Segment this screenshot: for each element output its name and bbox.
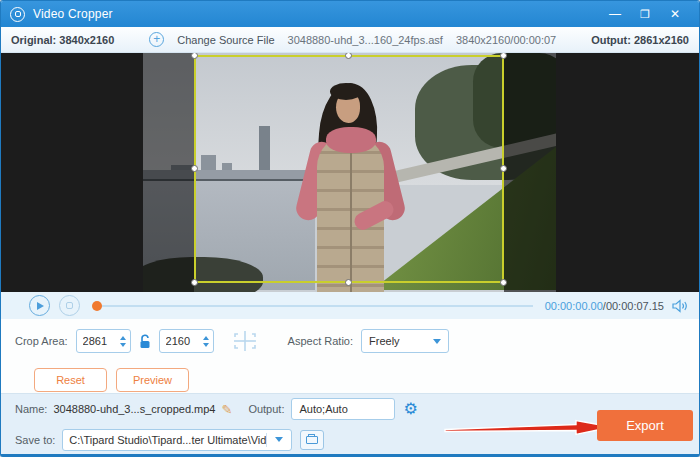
original-resolution-label: Original: 3840x2160: [11, 34, 114, 46]
crop-width-spinner[interactable]: [120, 336, 126, 347]
close-icon[interactable]: ✕: [660, 1, 690, 27]
dropdown-arrow-icon: [275, 437, 283, 442]
video-preview-area: [1, 53, 699, 292]
spinner-up-icon[interactable]: [203, 336, 209, 340]
slider-thumb[interactable]: [92, 301, 102, 311]
time-display: 00:00:00.00/00:00:07.15: [545, 300, 664, 312]
export-settings-bar: Name: 3048880-uhd_3...s_cropped.mp4 ✎ Ou…: [1, 394, 699, 455]
player-controls-bar: 00:00:00.00/00:00:07.15: [1, 292, 699, 319]
change-source-file-button[interactable]: Change Source File: [177, 34, 274, 46]
crop-height-input[interactable]: [166, 335, 196, 347]
output-format-field[interactable]: [291, 398, 395, 420]
output-resolution-label: Output: 2861x2160: [591, 34, 689, 46]
title-bar: Video Cropper — ❐ ✕: [1, 1, 699, 27]
crop-dim-overlay-left: [143, 53, 194, 292]
crop-center-button[interactable]: [230, 328, 260, 354]
aspect-lock-button[interactable]: [138, 334, 152, 349]
save-path-select[interactable]: C:\Tipard Studio\Tipard...ter Ultimate\V…: [62, 429, 292, 451]
spinner-down-icon[interactable]: [120, 343, 126, 347]
crop-controls-panel: Crop Area:: [1, 319, 699, 394]
crop-handle-bottom-center[interactable]: [345, 279, 352, 286]
dropdown-arrow-icon: [433, 339, 441, 344]
folder-icon: [306, 436, 318, 444]
aspect-ratio-select[interactable]: Freely: [361, 329, 449, 353]
crop-width-input[interactable]: [83, 335, 113, 347]
aspect-ratio-label: Aspect Ratio:: [288, 335, 353, 347]
play-icon: [37, 302, 44, 310]
app-logo-icon: [10, 7, 25, 22]
reset-button[interactable]: Reset: [34, 368, 107, 392]
crop-height-field[interactable]: [159, 329, 214, 353]
crop-handle-middle-left[interactable]: [191, 165, 198, 172]
stop-icon: [66, 302, 73, 309]
crop-handle-middle-right[interactable]: [500, 165, 507, 172]
export-button[interactable]: Export: [597, 410, 693, 441]
window-controls: — ❐ ✕: [600, 1, 690, 27]
crop-selection-frame[interactable]: [194, 55, 504, 283]
output-format-label: Output:: [248, 403, 284, 415]
edit-name-icon[interactable]: ✎: [221, 402, 232, 417]
save-path-value: C:\Tipard Studio\Tipard...ter Ultimate\V…: [63, 434, 266, 446]
spinner-down-icon[interactable]: [203, 343, 209, 347]
minimize-icon[interactable]: —: [600, 1, 630, 27]
name-label: Name:: [15, 403, 47, 415]
crosshair-icon: [230, 328, 260, 354]
playback-progress-slider[interactable]: [94, 305, 533, 307]
aspect-ratio-value: Freely: [369, 335, 400, 347]
annotation-arrow-icon: [444, 416, 616, 438]
window-title: Video Cropper: [33, 7, 113, 21]
crop-handle-top-center[interactable]: [345, 53, 352, 59]
maximize-icon[interactable]: ❐: [630, 1, 660, 27]
gear-icon[interactable]: ⚙: [403, 401, 417, 417]
volume-icon[interactable]: [672, 299, 689, 313]
current-time: 00:00:00.00: [545, 300, 603, 312]
video-cropper-window: Video Cropper — ❐ ✕ Original: 3840x2160 …: [0, 0, 700, 457]
source-filename: 3048880-uhd_3...160_24fps.asf: [288, 34, 443, 46]
add-source-icon[interactable]: +: [149, 32, 164, 47]
crop-area-label: Crop Area:: [15, 335, 68, 347]
browse-folder-button[interactable]: [300, 430, 324, 450]
save-to-label: Save to:: [15, 434, 55, 446]
stop-button[interactable]: [59, 295, 80, 316]
output-format-input[interactable]: [292, 403, 394, 415]
source-resolution-duration: 3840x2160/00:00:07: [456, 34, 556, 46]
output-filename: 3048880-uhd_3...s_cropped.mp4: [53, 403, 215, 415]
crop-dim-overlay-right: [504, 53, 556, 292]
info-bar: Original: 3840x2160 + Change Source File…: [1, 27, 699, 53]
spinner-up-icon[interactable]: [120, 336, 126, 340]
unlock-icon: [138, 334, 152, 349]
crop-handle-bottom-left[interactable]: [191, 279, 198, 286]
total-time: 00:00:07.15: [606, 300, 664, 312]
crop-handle-top-left[interactable]: [191, 53, 198, 59]
crop-width-field[interactable]: [76, 329, 131, 353]
crop-height-spinner[interactable]: [203, 336, 209, 347]
crop-handle-bottom-right[interactable]: [500, 279, 507, 286]
preview-button[interactable]: Preview: [116, 368, 189, 392]
play-button[interactable]: [29, 295, 50, 316]
